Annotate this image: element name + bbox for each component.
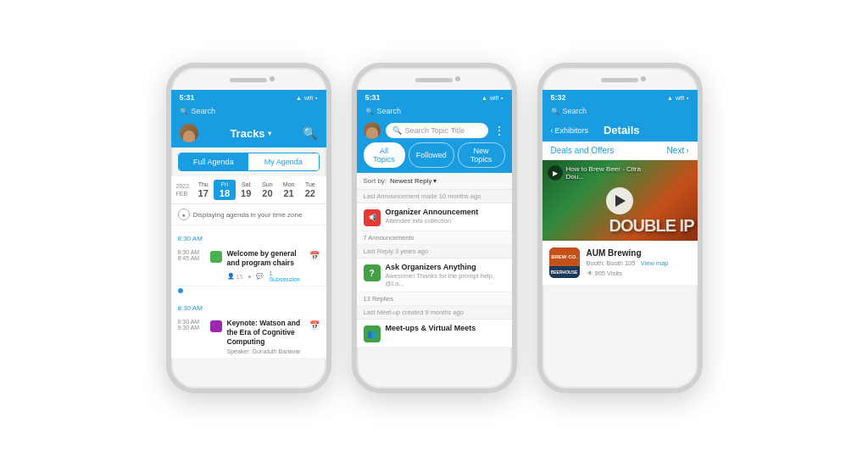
post-title-1: Organizer Announcement [386, 208, 505, 216]
session-icon-1 [210, 251, 222, 263]
timezone-text: Displaying agenda in your time zone [193, 211, 303, 219]
header-title-1[interactable]: Tracks ▾ [230, 127, 270, 140]
exhibitor-card[interactable]: BREW CO. BEERHOUSE AUM Brewing Booth: Bo… [542, 241, 698, 286]
signal-icon-1: ▲ [296, 95, 302, 101]
avatar-img-1 [180, 124, 198, 142]
post-content-1: Organizer Announcement Attendee info col… [386, 208, 505, 225]
globe-icon: ● [178, 209, 190, 220]
agenda-scroll: 8:30 AM 8:30 AM 8:45 AM Welcome by gener… [171, 225, 326, 359]
date-mon[interactable]: Mon 21 [278, 180, 299, 200]
video-thumbnail[interactable]: ▶ How to Brew Beer - Citra Dou... DOUBLE… [542, 160, 698, 241]
search-hint-bar-2[interactable]: 🔍 Search [357, 105, 512, 119]
post-1-replies: 7 Announcements [357, 231, 512, 245]
all-topics-tab[interactable]: All Topics [364, 142, 405, 168]
question-icon: ? [369, 269, 374, 278]
play-button[interactable] [606, 187, 633, 214]
avatar-img-2 [364, 122, 381, 139]
more-options-icon[interactable]: ⋮ [493, 124, 505, 137]
meetup-icon: 👥 [367, 330, 376, 338]
forum-filter-tabs: All Topics Followed New Topics [357, 142, 512, 173]
date-sat[interactable]: Sat 19 [236, 180, 257, 200]
status-time-2: 5:31 [365, 93, 381, 102]
exhibitor-info: AUM Brewing Booth: Booth 105 View map 👁 … [587, 248, 691, 277]
agenda-item-keynote[interactable]: 8:30 AM 9:30 AM Keynote: Watson and the … [171, 315, 326, 359]
battery-icon-3: ▪ [687, 95, 688, 101]
post-subtitle-2: Awesome! Thanks for the prompt help, @Lo… [386, 272, 505, 287]
wifi-icon-3: wifi [676, 95, 684, 101]
sort-bar: Sort by: Newest Reply ▾ [357, 173, 512, 190]
forum-post-2[interactable]: ? Ask Organizers Anything Awesome! Thank… [357, 259, 512, 292]
sort-chevron-icon: ▾ [433, 177, 437, 185]
post-3-section-label: Last Meet-up created 9 months ago [357, 306, 512, 320]
post-content-2: Ask Organizers Anything Awesome! Thanks … [386, 263, 505, 287]
forum-post-3[interactable]: 👥 Meet-ups & Virtual Meets [357, 320, 512, 348]
post-1-section-label: Last Announcement made 10 months ago [357, 190, 512, 203]
eye-icon: 👁 [587, 270, 593, 277]
logo-bottom: BEERHOUSE [549, 266, 580, 278]
search-hint-icon-3: 🔍 [551, 108, 559, 115]
video-channel-icon: ▶ [548, 165, 563, 181]
topic-search-box[interactable]: 🔍 Search Topic Title [386, 123, 488, 138]
back-button[interactable]: ‹ Exhibitors [551, 126, 589, 135]
subsession-link-1[interactable]: 1 Subsession [269, 270, 303, 282]
date-fri[interactable]: Fri 18 [214, 180, 235, 200]
session-content-1: Welcome by general and program chairs 👤 … [227, 249, 304, 282]
session-content-2: Keynote: Watson and the Era of Cognitive… [227, 319, 304, 354]
new-topics-tab[interactable]: New Topics [458, 142, 505, 168]
phone-exhibitors: 5:32 ▲ wifi ▪ 🔍 Search ‹ Exhibitors Deta… [537, 63, 703, 393]
dot-spacer-1 [171, 286, 326, 295]
search-hint-text-3: Search [563, 107, 587, 115]
post-content-3: Meet-ups & Virtual Meets [386, 324, 505, 332]
timezone-notice: ● Displaying agenda in your time zone [171, 204, 326, 225]
status-bar-1: 5:31 ▲ wifi ▪ [171, 90, 326, 105]
status-icons-2: ▲ wifi ▪ [481, 95, 504, 101]
status-icons-3: ▲ wifi ▪ [667, 95, 689, 101]
session-speaker-2: Speaker: Guruduth Banavar [227, 348, 304, 354]
date-tue[interactable]: Tue 22 [299, 180, 320, 200]
agenda-item-welcome[interactable]: 8:30 AM 8:45 AM Welcome by general and p… [171, 246, 326, 286]
signal-icon-2: ▲ [481, 95, 487, 101]
visits-stat: 👁 905 Visits [587, 270, 622, 277]
status-bar-3: 5:32 ▲ wifi ▪ [542, 90, 698, 105]
forum-post-1[interactable]: 📢 Organizer Announcement Attendee info c… [357, 203, 512, 231]
year-month-label: 2022 FEB [176, 180, 190, 200]
calendar-icon-1: 📅 [309, 251, 320, 260]
search-hint-bar-3[interactable]: 🔍 Search [542, 105, 698, 119]
post-subtitle-1: Attendee info collection [386, 217, 505, 225]
view-map-link[interactable]: View map [641, 259, 669, 267]
followed-tab[interactable]: Followed [409, 142, 454, 168]
time-col-2: 8:30 AM 9:30 AM [178, 319, 205, 331]
post-2-replies: 13 Replies [357, 292, 512, 306]
details-title: Details [604, 124, 640, 136]
search-hint-bar-1[interactable]: 🔍 Search [171, 105, 326, 119]
date-thu[interactable]: Thu 17 [192, 180, 214, 200]
session-title-1: Welcome by general and program chairs [227, 249, 304, 268]
sort-value[interactable]: Newest Reply ▾ [390, 177, 437, 185]
my-agenda-tab[interactable]: My Agenda [248, 153, 319, 170]
date-sun[interactable]: Sun 20 [257, 180, 278, 200]
app-header-1: Tracks ▾ 🔍 [171, 119, 326, 147]
megaphone-icon: 📢 [367, 214, 376, 222]
full-agenda-tab[interactable]: Full Agenda [179, 153, 249, 170]
exhibitor-stats: 👁 905 Visits [587, 270, 691, 277]
time-col-1: 8:30 AM 8:45 AM [178, 249, 205, 261]
signal-icon-3: ▲ [667, 95, 673, 101]
next-button[interactable]: Next › [667, 146, 689, 155]
time-label-830-2: 8:30 AM [171, 295, 326, 315]
avatar-1 [180, 124, 198, 142]
time-label-830-1: 8:30 AM [171, 225, 326, 246]
deals-title: Deals and Offers [551, 146, 615, 155]
status-icons-1: ▲ wifi ▪ [296, 95, 318, 101]
chevron-down-icon-1: ▾ [268, 130, 271, 137]
search-icon-1[interactable]: 🔍 [303, 126, 317, 140]
phone-agenda-inner: 5:31 ▲ wifi ▪ 🔍 Search [171, 90, 326, 388]
phone-forum: 5:31 ▲ wifi ▪ 🔍 Search [352, 63, 517, 393]
post-icon-2: ? [364, 264, 381, 281]
calendar-icon-2: 📅 [309, 320, 320, 330]
session-title-2: Keynote: Watson and the Era of Cognitive… [227, 319, 304, 347]
post-title-2: Ask Organizers Anything [386, 263, 505, 271]
chevron-left-icon: ‹ [551, 126, 554, 135]
likes-count-1: 👤 15 [227, 273, 243, 280]
forum-scroll: Last Announcement made 10 months ago 📢 O… [357, 190, 512, 348]
status-time-3: 5:32 [551, 93, 566, 102]
